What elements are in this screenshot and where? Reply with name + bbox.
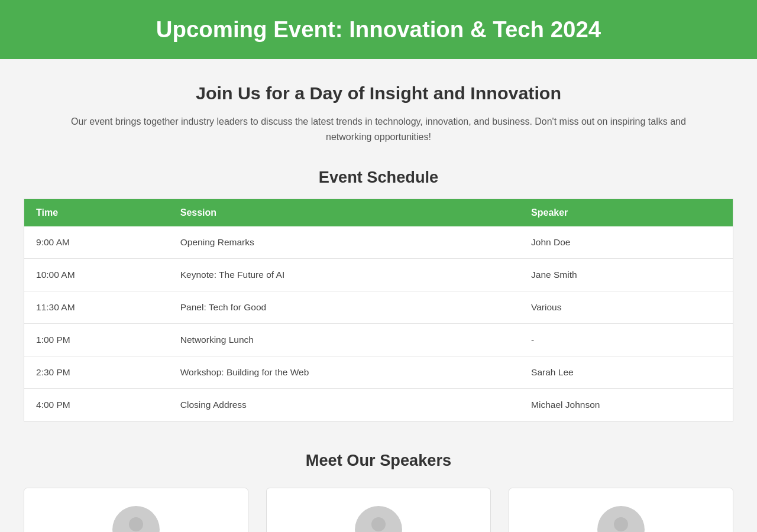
table-row: 11:30 AMPanel: Tech for GoodVarious [24, 291, 733, 324]
intro-heading: Join Us for a Day of Insight and Innovat… [24, 83, 733, 103]
cell-session: Closing Address [169, 389, 519, 421]
cell-speaker: Michael Johnson [519, 389, 733, 421]
table-row: 1:00 PMNetworking Lunch- [24, 324, 733, 356]
cell-session: Keynote: The Future of AI [169, 259, 519, 291]
intro-description: Our event brings together industry leade… [53, 114, 704, 144]
schedule-heading: Event Schedule [24, 168, 733, 187]
cell-session: Opening Remarks [169, 226, 519, 259]
cell-time: 9:00 AM [24, 226, 169, 259]
table-row: 2:30 PMWorkshop: Building for the WebSar… [24, 356, 733, 389]
main-content: Join Us for a Day of Insight and Innovat… [0, 59, 757, 532]
svg-point-2 [371, 517, 386, 531]
speaker-card: Sarah LeeSarah LeeLead Developer at WebW… [509, 488, 733, 532]
table-row: 9:00 AMOpening RemarksJohn Doe [24, 226, 733, 259]
col-session: Session [169, 199, 519, 227]
avatar [112, 506, 160, 532]
cell-time: 10:00 AM [24, 259, 169, 291]
cell-time: 1:00 PM [24, 324, 169, 356]
cell-time: 4:00 PM [24, 389, 169, 421]
cell-session: Panel: Tech for Good [169, 291, 519, 324]
cell-speaker: Sarah Lee [519, 356, 733, 389]
page-title: Upcoming Event: Innovation & Tech 2024 [24, 17, 733, 43]
cell-speaker: Various [519, 291, 733, 324]
svg-point-0 [129, 517, 143, 531]
cell-time: 2:30 PM [24, 356, 169, 389]
schedule-table: Time Session Speaker 9:00 AMOpening Rema… [24, 199, 733, 421]
avatar-wrapper [36, 506, 236, 532]
cell-speaker: John Doe [519, 226, 733, 259]
svg-point-4 [614, 517, 628, 531]
cell-speaker: Jane Smith [519, 259, 733, 291]
cell-time: 11:30 AM [24, 291, 169, 324]
page-header: Upcoming Event: Innovation & Tech 2024 [0, 0, 757, 59]
speakers-grid: John DoeJohn DoeCEO of InnovateX, expert… [24, 488, 733, 532]
intro-section: Join Us for a Day of Insight and Innovat… [24, 83, 733, 144]
speaker-card: Jane SmithJane SmithCTO of FutureTech, l… [266, 488, 491, 532]
speaker-card: John DoeJohn DoeCEO of InnovateX, expert… [24, 488, 248, 532]
col-speaker: Speaker [519, 199, 733, 227]
avatar-wrapper [279, 506, 478, 532]
table-row: 10:00 AMKeynote: The Future of AIJane Sm… [24, 259, 733, 291]
col-time: Time [24, 199, 169, 227]
cell-session: Networking Lunch [169, 324, 519, 356]
schedule-section: Event Schedule Time Session Speaker 9:00… [24, 168, 733, 421]
cell-speaker: - [519, 324, 733, 356]
table-row: 4:00 PMClosing AddressMichael Johnson [24, 389, 733, 421]
avatar [597, 506, 645, 532]
speakers-section: Meet Our Speakers John DoeJohn DoeCEO of… [24, 451, 733, 532]
table-header-row: Time Session Speaker [24, 199, 733, 227]
avatar-wrapper [521, 506, 721, 532]
avatar [355, 506, 402, 532]
speakers-heading: Meet Our Speakers [24, 451, 733, 470]
cell-session: Workshop: Building for the Web [169, 356, 519, 389]
